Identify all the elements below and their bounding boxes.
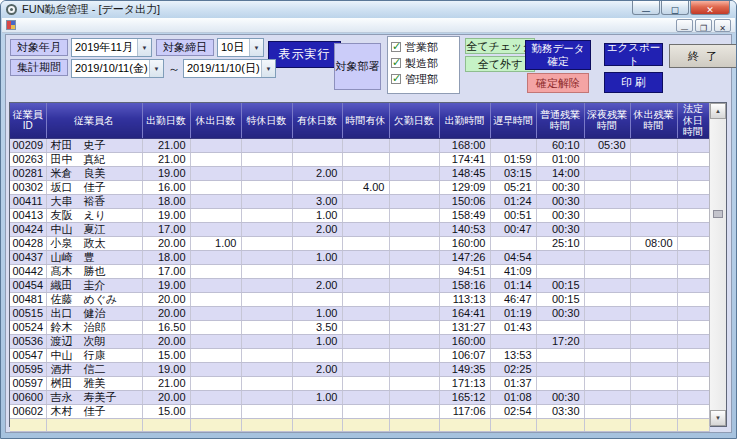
mdi-restore-button[interactable]: [695, 19, 712, 32]
closing-day-select[interactable]: 10日: [217, 38, 264, 57]
table-cell: [241, 320, 292, 334]
table-row[interactable]: 00442髙木 勝也17.0094:5141:09: [10, 264, 709, 278]
table-cell: [389, 320, 439, 334]
chevron-down-icon[interactable]: [149, 60, 163, 77]
department-item[interactable]: 営業部: [391, 39, 456, 55]
scrollbar-thumb[interactable]: [713, 210, 723, 218]
exit-button[interactable]: 終 了: [669, 44, 737, 68]
table-cell: 00413: [10, 208, 46, 222]
table-row[interactable]: 00428小泉 政太20.001.00160:0025:1008:00: [10, 236, 709, 250]
column-header[interactable]: 出勤日数: [142, 103, 190, 138]
table-cell: 18.00: [142, 250, 190, 264]
table-row[interactable]: 00263田中 真紀21.00174:4101:5901:00: [10, 152, 709, 166]
table-cell: 17:20: [536, 334, 584, 348]
column-header[interactable]: 遅早時間: [490, 103, 536, 138]
column-header[interactable]: 休出日数: [190, 103, 241, 138]
table-row[interactable]: 00595酒井 信二19.002.00149:3502:25: [10, 362, 709, 376]
table-cell: [584, 236, 630, 250]
department-list[interactable]: 営業部製造部管理部: [387, 36, 460, 94]
table-cell: 131:27: [439, 320, 490, 334]
chevron-down-icon[interactable]: [137, 39, 151, 56]
target-month-select[interactable]: 2019年11月: [71, 38, 152, 57]
mdi-minimize-button[interactable]: [676, 19, 693, 32]
period-from-select[interactable]: 2019/10/11(金): [71, 59, 164, 78]
table-cell: [584, 250, 630, 264]
checkbox-checked-icon[interactable]: [391, 58, 401, 68]
table-row[interactable]: 00454織田 圭介19.002.00158:1601:1400:15: [10, 278, 709, 292]
column-header[interactable]: 欠勤日数: [389, 103, 439, 138]
grid-footer-row: [10, 418, 709, 431]
table-row[interactable]: 00424中山 夏江17.002.00140:5300:4700:30: [10, 222, 709, 236]
table-row[interactable]: 00600吉永 寿美子20.001.00165:1201:0800:30: [10, 390, 709, 404]
column-header[interactable]: 休出残業 時間: [630, 103, 677, 138]
table-row[interactable]: 00411大串 裕香18.003.00150:0601:2400:30: [10, 194, 709, 208]
table-row[interactable]: 00437山崎 豊18.001.00147:2604:54: [10, 250, 709, 264]
maximize-icon: [671, 0, 679, 17]
minimize-icon: [642, 0, 650, 17]
table-cell: 171:13: [439, 376, 490, 390]
department-item-label: 管理部: [405, 72, 438, 87]
table-cell: 20.00: [142, 306, 190, 320]
table-cell: [342, 362, 389, 376]
display-execute-button[interactable]: 表示実行: [268, 41, 341, 68]
table-row[interactable]: 00524鈴木 治郎16.503.50131:2701:43: [10, 320, 709, 334]
table-row[interactable]: 00302坂口 佳子16.004.00129:0905:2100:30: [10, 180, 709, 194]
table-cell: [241, 334, 292, 348]
table-cell: 00524: [10, 320, 46, 334]
table-cell: 1.00: [292, 250, 342, 264]
table-row[interactable]: 00281米倉 良美19.002.00148:4503:1514:00: [10, 166, 709, 180]
column-header[interactable]: 特休日数: [241, 103, 292, 138]
table-cell: 01:37: [490, 376, 536, 390]
footer-cell: [630, 418, 677, 431]
table-row[interactable]: 00536渡辺 次朗20.001.00160:0017:20: [10, 334, 709, 348]
column-header[interactable]: 従業員名: [46, 103, 142, 138]
table-cell: 00536: [10, 334, 46, 348]
print-button[interactable]: 印 刷: [604, 72, 663, 93]
column-header[interactable]: 有休日数: [292, 103, 342, 138]
column-header[interactable]: 法定休日 時間: [677, 103, 709, 138]
checkbox-checked-icon[interactable]: [391, 42, 401, 52]
table-row[interactable]: 00597桝田 雅美21.00171:1301:37: [10, 376, 709, 390]
department-item[interactable]: 管理部: [391, 71, 456, 87]
maximize-button[interactable]: [661, 1, 689, 15]
table-cell: 木村 佳子: [46, 404, 142, 418]
unconfirm-button[interactable]: 確定解除: [527, 73, 589, 93]
mdi-close-button[interactable]: [714, 19, 731, 32]
table-row[interactable]: 00602木村 佳子15.00117:0602:5403:30: [10, 404, 709, 418]
table-cell: [190, 180, 241, 194]
department-item-label: 営業部: [405, 40, 438, 55]
table-cell: [584, 376, 630, 390]
table-row[interactable]: 00547中山 行康15.00106:0713:53: [10, 348, 709, 362]
close-button[interactable]: [690, 1, 730, 15]
scroll-up-icon[interactable]: [710, 103, 726, 119]
vertical-scrollbar[interactable]: [709, 103, 726, 426]
export-button[interactable]: エクスポート: [604, 43, 663, 66]
confirm-work-data-button[interactable]: 勤務データ 確定: [525, 40, 591, 70]
table-cell: [342, 334, 389, 348]
period-to-select[interactable]: 2019/11/10(日): [183, 59, 276, 78]
column-header[interactable]: 深夜残業 時間: [584, 103, 630, 138]
table-cell: 03:15: [490, 166, 536, 180]
checkbox-checked-icon[interactable]: [391, 74, 401, 84]
table-cell: [677, 292, 709, 306]
table-cell: 19.00: [142, 362, 190, 376]
column-header[interactable]: 従業員 ID: [10, 103, 46, 138]
table-row[interactable]: 00209村田 史子21.00168:0060:1005:30: [10, 138, 709, 152]
footer-cell: [46, 418, 142, 431]
scroll-down-icon[interactable]: [710, 410, 726, 426]
table-cell: 00515: [10, 306, 46, 320]
column-header[interactable]: 普通残業 時間: [536, 103, 584, 138]
minimize-button[interactable]: [632, 1, 660, 15]
table-row[interactable]: 00481佐藤 めぐみ20.00113:1346:4700:15: [10, 292, 709, 306]
column-header[interactable]: 出勤時間: [439, 103, 490, 138]
table-cell: [342, 320, 389, 334]
table-row[interactable]: 00515出口 健治20.001.00164:4101:1900:30: [10, 306, 709, 320]
table-row[interactable]: 00413友阪 えり19.001.00158:4900:5100:30: [10, 208, 709, 222]
table-cell: [342, 250, 389, 264]
chevron-down-icon[interactable]: [261, 60, 275, 77]
chevron-down-icon[interactable]: [249, 39, 263, 56]
column-header[interactable]: 時間有休: [342, 103, 389, 138]
department-item[interactable]: 製造部: [391, 55, 456, 71]
table-cell: 4.00: [342, 180, 389, 194]
table-cell: 鈴木 治郎: [46, 320, 142, 334]
